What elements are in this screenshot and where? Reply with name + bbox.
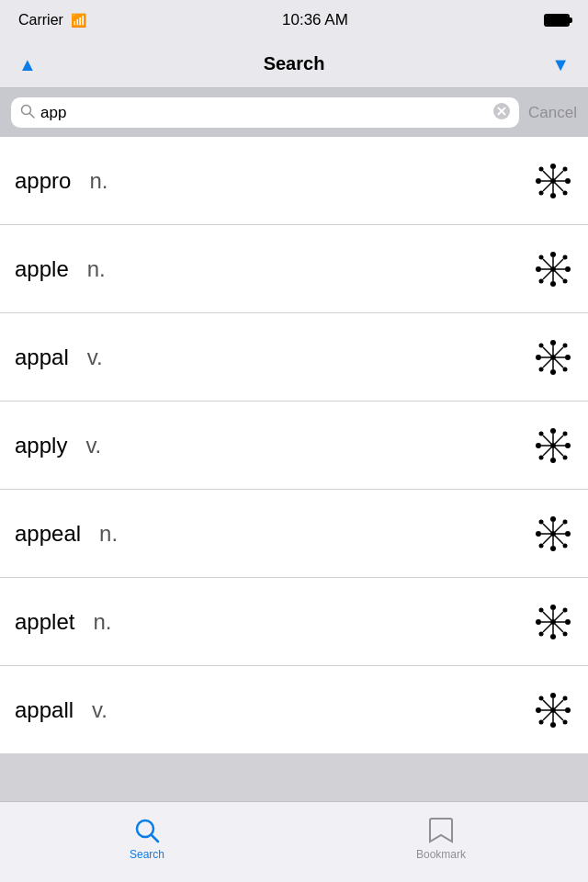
svg-point-93 [550, 634, 556, 639]
result-item[interactable]: apple n. [0, 225, 588, 313]
svg-point-120 [539, 719, 544, 724]
svg-point-23 [550, 252, 556, 257]
svg-line-100 [543, 612, 551, 620]
tab-bookmark[interactable]: Bookmark [294, 802, 588, 882]
svg-line-117 [543, 700, 551, 708]
svg-line-87 [543, 536, 551, 544]
svg-point-112 [536, 707, 541, 713]
search-glass-icon [20, 104, 35, 122]
status-bar: Carrier 📶 10:36 AM [0, 0, 588, 40]
svg-line-51 [555, 347, 563, 356]
svg-line-83 [543, 524, 551, 532]
battery-fill [546, 16, 568, 25]
svg-point-16 [563, 166, 568, 171]
wifi-icon: 📶 [71, 13, 86, 28]
result-item[interactable]: appro n. [0, 137, 588, 225]
svg-point-118 [563, 695, 568, 700]
svg-point-46 [565, 355, 571, 360]
result-pos: n. [89, 168, 107, 193]
battery-container [544, 14, 570, 27]
search-bar-container: Cancel [0, 88, 588, 137]
node-network-icon [533, 690, 573, 730]
svg-point-80 [565, 531, 571, 537]
scroll-down-button[interactable]: ▼ [548, 51, 573, 77]
svg-line-68 [555, 435, 563, 444]
clear-search-button[interactable] [493, 103, 510, 122]
node-network-icon [533, 337, 573, 378]
svg-point-61 [536, 443, 541, 448]
result-pos: n. [99, 521, 118, 546]
result-word: apply [15, 433, 67, 458]
svg-point-37 [563, 278, 568, 283]
cancel-button[interactable]: Cancel [528, 104, 577, 122]
svg-point-67 [563, 431, 568, 435]
svg-line-21 [555, 183, 563, 191]
svg-point-52 [539, 367, 544, 371]
carrier-label: Carrier [18, 12, 63, 28]
status-time: 10:36 AM [282, 11, 348, 29]
svg-point-54 [563, 367, 568, 371]
svg-point-116 [539, 695, 544, 700]
result-word: appro [15, 168, 71, 193]
svg-line-34 [555, 259, 563, 267]
svg-point-101 [563, 607, 568, 612]
svg-point-33 [563, 254, 568, 259]
svg-line-119 [555, 700, 563, 708]
svg-point-76 [550, 546, 556, 551]
svg-line-102 [555, 612, 563, 620]
svg-point-122 [563, 719, 568, 724]
result-word: applet [15, 609, 74, 634]
svg-point-31 [539, 254, 544, 259]
result-pos: v. [92, 697, 107, 722]
nav-title: Search [264, 53, 325, 74]
tab-search[interactable]: Search [0, 802, 294, 882]
result-word-pos: apply v. [15, 433, 101, 458]
node-network-icon [533, 249, 573, 289]
result-item[interactable]: appall v. [0, 666, 588, 754]
search-tab-icon [133, 817, 161, 844]
svg-point-71 [563, 455, 568, 459]
svg-point-25 [550, 281, 556, 287]
results-list: appro n. [0, 137, 588, 754]
node-network-icon [533, 425, 573, 466]
svg-line-36 [543, 271, 551, 279]
svg-point-8 [550, 193, 556, 198]
result-item[interactable]: appeal n. [0, 490, 588, 578]
result-word: appal [15, 345, 69, 369]
svg-point-29 [565, 266, 571, 272]
result-item[interactable]: appal v. [0, 313, 588, 401]
battery-icon [544, 14, 570, 27]
scroll-up-button[interactable]: ▲ [15, 51, 40, 77]
svg-line-66 [543, 435, 551, 444]
svg-line-106 [555, 624, 563, 632]
result-word: appall [15, 697, 74, 722]
result-word: apple [15, 256, 69, 281]
svg-point-78 [536, 531, 541, 537]
svg-point-44 [536, 355, 541, 360]
svg-point-105 [563, 631, 568, 636]
result-pos: n. [87, 256, 106, 281]
svg-line-55 [555, 359, 563, 368]
result-word-pos: appall v. [15, 697, 107, 723]
svg-point-84 [563, 519, 568, 524]
svg-point-86 [539, 543, 544, 548]
svg-line-49 [543, 347, 551, 356]
svg-point-65 [539, 431, 544, 435]
svg-line-17 [555, 171, 563, 179]
svg-point-103 [539, 631, 544, 636]
svg-point-82 [539, 519, 544, 524]
svg-line-72 [555, 447, 563, 456]
svg-line-104 [543, 624, 551, 632]
svg-point-110 [550, 722, 556, 728]
result-item[interactable]: apply v. [0, 401, 588, 490]
svg-line-15 [543, 171, 551, 179]
search-input[interactable] [40, 104, 488, 122]
svg-line-123 [555, 712, 563, 720]
svg-point-97 [565, 619, 571, 625]
svg-point-50 [563, 343, 568, 347]
svg-point-63 [565, 443, 571, 448]
svg-point-40 [550, 340, 556, 345]
svg-point-14 [539, 166, 544, 171]
result-item[interactable]: applet n. [0, 578, 588, 666]
result-word-pos: apple n. [15, 256, 106, 282]
